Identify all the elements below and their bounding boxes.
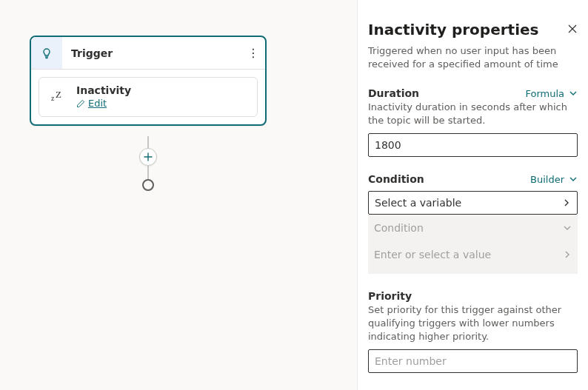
trigger-node[interactable]: Trigger ⋮ z Z Inactivity Edit	[30, 36, 267, 126]
condition-operator-select[interactable]: Condition	[374, 215, 572, 241]
end-node[interactable]	[142, 179, 154, 191]
condition-mode-toggle[interactable]: Builder	[530, 174, 578, 185]
priority-input[interactable]	[368, 349, 578, 373]
connector-line	[147, 166, 149, 179]
more-icon[interactable]: ⋮	[241, 37, 265, 69]
close-icon	[567, 24, 578, 34]
condition-operator-label: Condition	[374, 222, 424, 234]
trigger-item[interactable]: z Z Inactivity Edit	[39, 77, 258, 117]
svg-text:z: z	[51, 94, 55, 102]
priority-label: Priority	[368, 290, 578, 302]
duration-label: Duration	[368, 87, 419, 99]
condition-value-label: Enter or select a value	[374, 249, 491, 260]
trigger-body: z Z Inactivity Edit	[31, 70, 265, 124]
condition-mode-label: Builder	[530, 174, 564, 185]
chevron-down-icon	[563, 223, 572, 232]
flow-canvas: Trigger ⋮ z Z Inactivity Edit	[0, 0, 357, 390]
trigger-header: Trigger ⋮	[31, 37, 265, 70]
priority-section: Priority Set priority for this trigger a…	[368, 290, 578, 373]
duration-mode-label: Formula	[525, 88, 564, 99]
trigger-item-title: Inactivity	[76, 84, 250, 97]
trigger-title: Trigger	[62, 47, 241, 59]
sleep-icon: z Z	[47, 87, 67, 107]
condition-label: Condition	[368, 173, 424, 185]
priority-help: Set priority for this trigger against ot…	[368, 303, 578, 343]
svg-text:Z: Z	[56, 89, 61, 100]
add-node-button[interactable]	[139, 148, 157, 166]
condition-value-select[interactable]: Enter or select a value	[374, 241, 572, 268]
close-button[interactable]	[567, 24, 578, 36]
duration-mode-toggle[interactable]: Formula	[525, 88, 578, 99]
condition-section: Condition Builder Select a variable Cond…	[368, 173, 578, 274]
lightbulb-icon	[31, 37, 62, 69]
chevron-down-icon	[569, 89, 578, 98]
chevron-right-icon	[562, 198, 571, 207]
panel-description: Triggered when no user input has been re…	[368, 44, 578, 71]
pencil-icon	[76, 99, 85, 108]
panel-title: Inactivity properties	[368, 21, 538, 38]
duration-section: Duration Formula Inactivity duration in …	[368, 87, 578, 157]
plus-icon	[144, 152, 153, 161]
duration-input[interactable]	[368, 133, 578, 157]
condition-builder: Condition Enter or select a value	[368, 215, 578, 274]
duration-help: Inactivity duration in seconds after whi…	[368, 101, 578, 127]
chevron-right-icon	[563, 250, 572, 259]
properties-panel: Inactivity properties Triggered when no …	[357, 0, 588, 390]
chevron-down-icon	[569, 175, 578, 184]
variable-select-label: Select a variable	[375, 197, 461, 209]
variable-select[interactable]: Select a variable	[368, 191, 578, 215]
edit-link[interactable]: Edit	[76, 97, 107, 110]
edit-link-label: Edit	[88, 97, 107, 110]
